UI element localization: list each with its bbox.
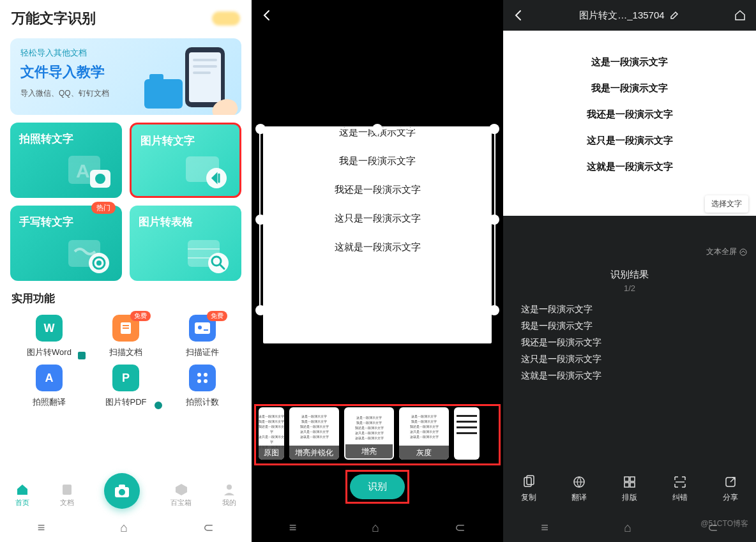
system-nav: ≡ ⌂ ⊂ [252, 518, 503, 537]
result-document: 这是一段演示文字 我是一段演示文字 我还是一段演示文字 这只是一段演示文字 这就… [503, 31, 756, 216]
result-line: 这就是一段演示文字 [521, 367, 738, 384]
svg-rect-23 [123, 327, 129, 329]
preview-line: 我还是一段演示文字 [263, 184, 492, 196]
nav-docs[interactable]: 文档 [60, 483, 74, 508]
svg-rect-40 [624, 477, 629, 481]
tool-label: 拍照翻译 [33, 396, 66, 408]
svg-rect-42 [624, 483, 629, 487]
svg-point-35 [227, 485, 232, 490]
user-badge[interactable] [212, 11, 240, 26]
action-correct[interactable]: 纠错 [672, 475, 688, 503]
crop-screen: 这是一段演示文字 我是一段演示文字 我还是一段演示文字 这只是一段演示文字 这就… [252, 0, 503, 542]
nav-camera[interactable] [104, 473, 140, 509]
nav-toolbox[interactable]: 百宝箱 [170, 483, 192, 508]
filter-bright-sharp[interactable]: 这是一段演示文字我是一段演示文字我还是一段演示文字这只是一段演示文字这就是一段演… [289, 407, 339, 460]
filter-row: 这是一段演示文字我是一段演示文字我还是一段演示文字这只是一段演示文字这就是一段演… [254, 404, 501, 465]
action-translate[interactable]: 翻译 [571, 475, 587, 503]
svg-point-18 [208, 253, 229, 273]
tool-label: 拍照计数 [186, 396, 219, 408]
back-arrow-icon[interactable] [261, 9, 273, 22]
svg-rect-3 [193, 65, 217, 68]
nav-me[interactable]: 我的 [222, 483, 236, 508]
document-preview[interactable]: 这是一段演示文字 我是一段演示文字 我还是一段演示文字 这只是一段演示文字 这就… [263, 126, 492, 343]
tool-image-to-pdf[interactable]: P 图片转PDF [91, 365, 161, 408]
svg-point-36 [740, 249, 746, 255]
home-icon[interactable]: ⌂ [120, 520, 128, 535]
card-handwriting-to-text[interactable]: 热门 手写转文字 [10, 206, 122, 281]
svg-rect-2 [193, 59, 217, 61]
result-text[interactable]: 这是一段演示文字 我是一段演示文字 我还是一段演示文字 这只是一段演示文字 这就… [503, 301, 756, 384]
filter-bright[interactable]: 这是一段演示文字我是一段演示文字我还是一段演示文字这只是一段演示文字这就是一段演… [344, 407, 394, 460]
svg-point-30 [204, 379, 208, 383]
svg-point-27 [197, 373, 201, 377]
preview-line: 这是一段演示文字 [263, 126, 492, 139]
svg-point-25 [198, 326, 202, 329]
card-image-to-table[interactable]: 图片转表格 [130, 206, 241, 281]
result-screen: 图片转文…_135704 这是一段演示文字 我是一段演示文字 我还是一段演示文字… [503, 0, 756, 542]
back-icon[interactable]: ⊂ [455, 520, 465, 535]
svg-rect-38 [527, 476, 534, 485]
action-layout[interactable]: 排版 [622, 475, 637, 503]
home-icon[interactable] [733, 8, 747, 22]
preview-line: 我是一段演示文字 [263, 155, 492, 167]
fullscreen-toggle[interactable]: 文本全屏 [503, 243, 756, 261]
result-title: 识别结果 [503, 269, 756, 281]
svg-rect-37 [524, 478, 531, 486]
bottom-nav: 首页 文档 百宝箱 我的 [0, 476, 252, 514]
doc-line: 这就是一段演示文字 [503, 161, 756, 173]
section-utilities-title: 实用功能 [0, 281, 252, 310]
home-screen: 万能文字识别 轻松导入其他文档 文件导入教学 导入微信、QQ、钉钉文档 拍照转文… [0, 0, 252, 542]
back-arrow-icon[interactable] [512, 9, 525, 22]
translate-icon: A [36, 365, 63, 391]
action-copy[interactable]: 复制 [521, 475, 536, 503]
recognize-highlight: 识别 [345, 470, 409, 504]
system-nav: ≡ ⌂ ⊂ [0, 518, 252, 537]
recognize-button[interactable]: 识别 [350, 474, 405, 499]
filter-gray[interactable]: 这是一段演示文字我是一段演示文字我还是一段演示文字这只是一段演示文字这就是一段演… [399, 407, 449, 460]
filter-original[interactable]: 这是一段演示文字我是一段演示文字我还是一段演示文字这只是一段演示文字这就是一段演… [259, 407, 284, 460]
svg-rect-26 [204, 329, 208, 331]
card-photo-to-text[interactable]: 拍照转文字 A [10, 123, 122, 198]
action-share[interactable]: 分享 [723, 475, 738, 503]
filter-more[interactable] [454, 407, 480, 460]
svg-point-29 [197, 379, 201, 383]
result-count: 1/2 [503, 283, 756, 293]
action-bar: 复制 翻译 排版 纠错 分享 [503, 467, 756, 511]
free-badge: 免费 [130, 311, 151, 321]
app-title: 万能文字识别 [11, 9, 96, 28]
svg-point-8 [95, 174, 105, 184]
svg-point-14 [96, 260, 102, 266]
menu-icon[interactable]: ≡ [289, 520, 297, 535]
card-image-to-text[interactable]: 图片转文字 [130, 123, 241, 198]
back-icon[interactable]: ⊂ [203, 520, 214, 535]
home-icon[interactable]: ⌂ [372, 520, 379, 535]
tool-photo-count[interactable]: 拍照计数 [167, 365, 238, 408]
watermark: @51CTO博客 [700, 518, 748, 529]
free-badge: 免费 [207, 311, 227, 321]
svg-text:A: A [76, 160, 90, 181]
import-tutorial-banner[interactable]: 轻松导入其他文档 文件导入教学 导入微信、QQ、钉钉文档 [10, 38, 241, 115]
svg-rect-22 [123, 325, 129, 326]
svg-point-28 [204, 373, 208, 377]
home-icon[interactable]: ⌂ [624, 520, 631, 535]
card-label: 图片转文字 [140, 135, 195, 147]
tool-image-to-word[interactable]: W 图片转Word [14, 315, 84, 358]
svg-rect-24 [195, 322, 210, 334]
count-icon [189, 365, 216, 391]
result-line: 这是一段演示文字 [521, 301, 738, 317]
edit-icon[interactable] [670, 11, 679, 20]
menu-icon[interactable]: ≡ [38, 520, 45, 535]
chevron-up-icon [739, 248, 747, 256]
result-line: 这只是一段演示文字 [521, 350, 738, 367]
select-text-button[interactable]: 选择文字 [705, 195, 748, 213]
menu-icon[interactable]: ≡ [541, 520, 548, 535]
tool-scan-doc[interactable]: 免费 扫描文档 [91, 315, 161, 358]
word-icon: W [36, 315, 63, 342]
card-label: 拍照转文字 [19, 133, 73, 145]
tool-label: 图片转Word [27, 347, 72, 358]
nav-home[interactable]: 首页 [15, 483, 29, 508]
tool-scan-id[interactable]: 免费 扫描证件 [167, 315, 238, 358]
tool-photo-translate[interactable]: A 拍照翻译 [14, 365, 84, 408]
card-label: 图片转表格 [139, 216, 193, 228]
preview-line: 这只是一段演示文字 [263, 213, 492, 225]
